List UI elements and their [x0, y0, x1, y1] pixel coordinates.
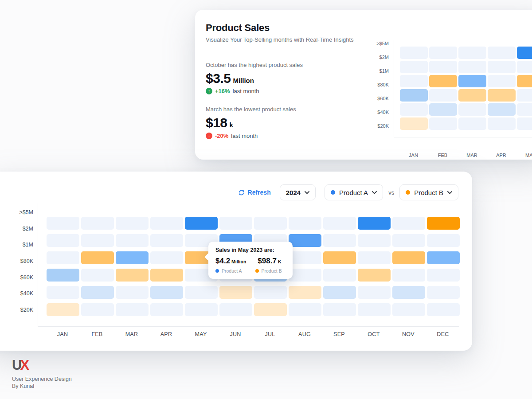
heatmap-cell[interactable] — [116, 269, 149, 282]
heatmap-cell[interactable] — [81, 251, 114, 264]
heatmap-cell[interactable] — [323, 234, 356, 247]
heatmap-cell[interactable] — [392, 234, 425, 247]
heatmap-cell[interactable] — [488, 75, 516, 87]
heatmap-cell[interactable] — [392, 269, 425, 282]
heatmap-cell[interactable] — [81, 303, 114, 316]
heatmap-cell[interactable] — [289, 217, 321, 230]
heatmap-cell[interactable] — [289, 303, 321, 316]
heatmap-cell[interactable] — [458, 117, 486, 130]
heatmap-cell[interactable] — [150, 251, 183, 264]
heatmap-cell[interactable] — [358, 217, 391, 230]
heatmap-cell[interactable] — [400, 47, 428, 59]
heatmap-cell[interactable] — [400, 103, 428, 116]
heatmap-cell[interactable] — [517, 47, 532, 59]
heatmap-cell[interactable] — [488, 117, 516, 130]
heatmap-cell[interactable] — [81, 286, 114, 299]
heatmap-cell[interactable] — [488, 47, 516, 59]
heatmap-cell[interactable] — [458, 61, 486, 73]
heatmap-cell[interactable] — [427, 251, 460, 264]
x-axis-label: APR — [150, 331, 183, 337]
heatmap-cell[interactable] — [458, 47, 486, 59]
heatmap-cell[interactable] — [358, 286, 391, 299]
heatmap-cell[interactable] — [116, 286, 149, 299]
heatmap-cell[interactable] — [47, 303, 79, 316]
heatmap-cell[interactable] — [427, 234, 460, 247]
heatmap-cell[interactable] — [219, 303, 252, 316]
heatmap-cell[interactable] — [254, 217, 287, 230]
heatmap-cell[interactable] — [185, 303, 218, 316]
heatmap-cell[interactable] — [517, 89, 532, 102]
heatmap-cell[interactable] — [47, 217, 79, 230]
heatmap-cell[interactable] — [289, 234, 321, 247]
heatmap-cell[interactable] — [400, 61, 428, 73]
heatmap-cell[interactable] — [517, 61, 532, 73]
heatmap-cell[interactable] — [47, 269, 79, 282]
heatmap-cell[interactable] — [150, 217, 183, 230]
heatmap-cell[interactable] — [323, 269, 356, 282]
heatmap-cell[interactable] — [392, 286, 425, 299]
heatmap-cell[interactable] — [358, 251, 391, 264]
heatmap-cell[interactable] — [254, 303, 287, 316]
heatmap-cell[interactable] — [150, 303, 183, 316]
heatmap-cell[interactable] — [429, 103, 457, 116]
heatmap-cell[interactable] — [116, 251, 149, 264]
heatmap-cell[interactable] — [323, 251, 356, 264]
heatmap-cell[interactable] — [47, 234, 79, 247]
heatmap-cell[interactable] — [358, 269, 391, 282]
heatmap-cell[interactable] — [392, 217, 425, 230]
heatmap-cell[interactable] — [392, 251, 425, 264]
heatmap-cell[interactable] — [427, 286, 460, 299]
heatmap-cell[interactable] — [429, 117, 457, 130]
product-a-dropdown[interactable]: Product A — [325, 184, 383, 200]
heatmap-cell[interactable] — [488, 61, 516, 73]
heatmap-cell[interactable] — [517, 117, 532, 130]
heatmap-cell[interactable] — [429, 89, 457, 102]
heatmap-cell[interactable] — [150, 269, 183, 282]
heatmap-cell[interactable] — [429, 75, 457, 87]
heatmap-cell[interactable] — [429, 61, 457, 73]
heatmap-cell[interactable] — [185, 286, 218, 299]
x-axis-label: JUN — [219, 331, 252, 337]
heatmap-cell[interactable] — [427, 269, 460, 282]
heatmap-cell[interactable] — [323, 217, 356, 230]
heatmap-cell[interactable] — [219, 286, 252, 299]
heatmap-cell[interactable] — [116, 217, 149, 230]
heatmap-cell[interactable] — [116, 303, 149, 316]
heatmap-cell[interactable] — [323, 303, 356, 316]
heatmap-cell[interactable] — [517, 75, 532, 87]
heatmap-cell[interactable] — [358, 303, 391, 316]
heatmap-cell[interactable] — [289, 251, 321, 264]
heatmap-cell[interactable] — [254, 286, 287, 299]
heatmap-cell[interactable] — [81, 269, 114, 282]
heatmap-cell[interactable] — [289, 269, 321, 282]
heatmap-cell[interactable] — [400, 117, 428, 130]
heatmap-cell[interactable] — [81, 234, 114, 247]
heatmap-cell[interactable] — [429, 47, 457, 59]
heatmap-cell[interactable] — [323, 286, 356, 299]
heatmap-cell[interactable] — [427, 217, 460, 230]
product-b-dropdown[interactable]: Product B — [399, 184, 458, 200]
dashboard-page: { "colors": { "accent_blue": "#2F80ED", … — [0, 0, 532, 399]
heatmap-cell[interactable] — [81, 217, 114, 230]
year-dropdown[interactable]: 2024 — [280, 184, 316, 200]
heatmap-cell[interactable] — [47, 286, 79, 299]
heatmap-cell[interactable] — [400, 75, 428, 87]
heatmap-cell[interactable] — [458, 103, 486, 116]
heatmap-cell[interactable] — [517, 103, 532, 116]
heatmap-cell[interactable] — [150, 286, 183, 299]
heatmap-cell[interactable] — [289, 286, 321, 299]
heatmap-cell[interactable] — [488, 89, 516, 102]
heatmap-cell[interactable] — [358, 234, 391, 247]
heatmap-cell[interactable] — [116, 234, 149, 247]
heatmap-cell[interactable] — [458, 75, 486, 87]
heatmap-cell[interactable] — [392, 303, 425, 316]
refresh-button[interactable]: Refresh — [238, 189, 271, 196]
heatmap-cell[interactable] — [458, 89, 486, 102]
heatmap-cell[interactable] — [185, 217, 218, 230]
heatmap-cell[interactable] — [219, 217, 252, 230]
heatmap-cell[interactable] — [488, 103, 516, 116]
heatmap-cell[interactable] — [47, 251, 79, 264]
heatmap-cell[interactable] — [400, 89, 428, 102]
heatmap-cell[interactable] — [427, 303, 460, 316]
heatmap-cell[interactable] — [150, 234, 183, 247]
